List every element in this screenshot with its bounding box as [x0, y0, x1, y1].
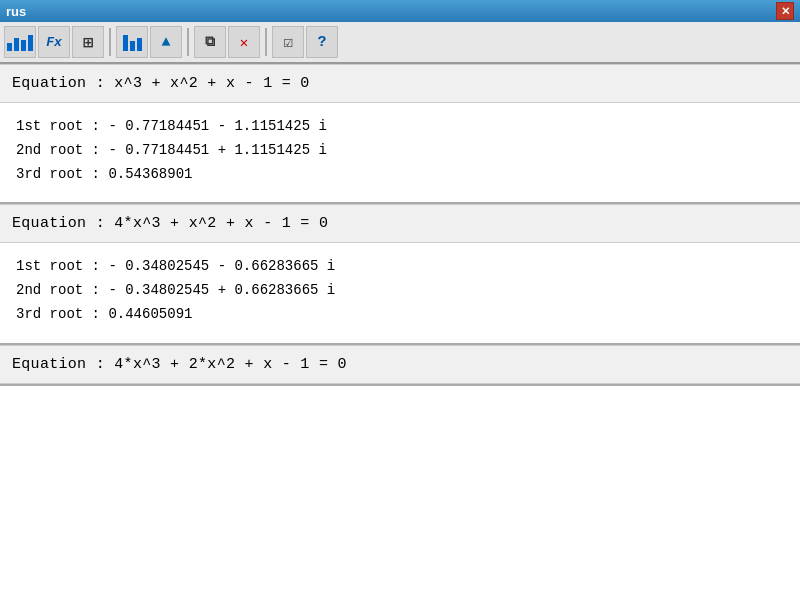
- equation-block-1: Equation : 4*x^3 + x^2 + x - 1 = 01st ro…: [0, 204, 800, 344]
- root-line-0-2: 3rd root : 0.54368901: [12, 163, 788, 187]
- equation-header-0: Equation : x^3 + x^2 + x - 1 = 0: [0, 64, 800, 103]
- equation-header-1: Equation : 4*x^3 + x^2 + x - 1 = 0: [0, 204, 800, 243]
- area-chart-icon: ▲: [161, 34, 170, 51]
- help-icon: ?: [317, 34, 326, 51]
- toolbar-sep-1: [109, 28, 111, 56]
- table-button[interactable]: ⊞: [72, 26, 104, 58]
- root-line-0-1: 2nd root : - 0.77184451 + 1.1151425 i: [12, 139, 788, 163]
- equation-block-2: Equation : 4*x^3 + 2*x^2 + x - 1 = 0: [0, 345, 800, 386]
- toolbar-sep-2: [187, 28, 189, 56]
- check-icon: ☑: [283, 32, 293, 52]
- content-area[interactable]: Equation : x^3 + x^2 + x - 1 = 01st root…: [0, 64, 800, 600]
- fx-icon: Fx: [46, 35, 62, 50]
- window-title: rus: [6, 4, 26, 19]
- delete-button[interactable]: ✕: [228, 26, 260, 58]
- bar-chart-button[interactable]: [4, 26, 36, 58]
- check-button[interactable]: ☑: [272, 26, 304, 58]
- delete-icon: ✕: [240, 34, 248, 51]
- root-line-1-0: 1st root : - 0.34802545 - 0.66283665 i: [12, 255, 788, 279]
- root-line-0-0: 1st root : - 0.77184451 - 1.1151425 i: [12, 115, 788, 139]
- help-button[interactable]: ?: [306, 26, 338, 58]
- table-icon: ⊞: [83, 32, 93, 53]
- copy-icon: ⧉: [205, 34, 215, 50]
- roots-section-0: 1st root : - 0.77184451 - 1.1151425 i2nd…: [0, 103, 800, 202]
- area-chart-button[interactable]: ▲: [150, 26, 182, 58]
- root-line-1-2: 3rd root : 0.44605091: [12, 303, 788, 327]
- equation-block-0: Equation : x^3 + x^2 + x - 1 = 01st root…: [0, 64, 800, 204]
- bar-chart2-button[interactable]: [116, 26, 148, 58]
- bar-chart2-icon: [123, 33, 142, 51]
- fx-button[interactable]: Fx: [38, 26, 70, 58]
- toolbar: Fx ⊞ ▲ ⧉ ✕ ☑ ?: [0, 22, 800, 64]
- roots-section-1: 1st root : - 0.34802545 - 0.66283665 i2n…: [0, 243, 800, 342]
- toolbar-sep-3: [265, 28, 267, 56]
- bar-chart-icon: [7, 33, 33, 51]
- copy-button[interactable]: ⧉: [194, 26, 226, 58]
- title-bar: rus ✕: [0, 0, 800, 22]
- equation-header-2: Equation : 4*x^3 + 2*x^2 + x - 1 = 0: [0, 345, 800, 384]
- window-close-button[interactable]: ✕: [776, 2, 794, 20]
- root-line-1-1: 2nd root : - 0.34802545 + 0.66283665 i: [12, 279, 788, 303]
